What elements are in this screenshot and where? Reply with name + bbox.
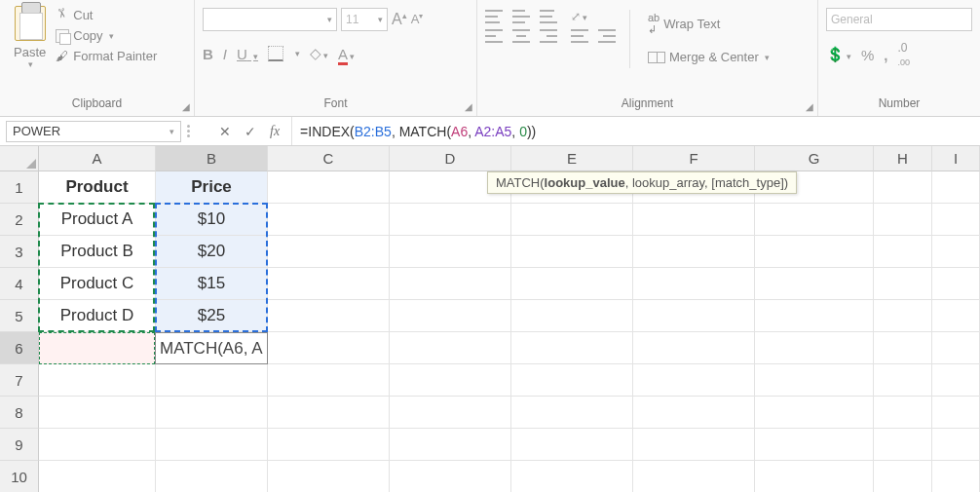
cell[interactable]	[390, 236, 511, 268]
select-all-corner[interactable]	[0, 146, 39, 171]
increase-decimal-button[interactable]: .0.00	[898, 41, 911, 68]
cell[interactable]	[874, 397, 932, 429]
formula-input[interactable]: =INDEX(B2:B5, MATCH(A6, A2:A5, 0))	[292, 124, 980, 139]
decrease-indent-icon[interactable]	[571, 29, 588, 43]
cell[interactable]	[633, 332, 755, 364]
cell[interactable]	[39, 429, 156, 461]
cell[interactable]	[268, 236, 390, 268]
cell[interactable]	[390, 397, 511, 429]
cell[interactable]	[390, 332, 511, 364]
decrease-font-icon[interactable]: A▾	[411, 12, 424, 26]
cell-B4[interactable]: $15	[156, 268, 268, 300]
cell[interactable]	[874, 300, 932, 332]
cell-A5[interactable]: Product D	[39, 300, 156, 332]
cell[interactable]	[39, 364, 156, 397]
cell[interactable]	[268, 364, 390, 397]
cell[interactable]	[755, 236, 874, 268]
increase-indent-icon[interactable]	[598, 29, 616, 43]
cell[interactable]	[633, 429, 755, 461]
cell[interactable]	[633, 461, 755, 492]
cell[interactable]	[874, 364, 932, 397]
cell[interactable]	[511, 300, 633, 332]
align-middle-icon[interactable]	[512, 10, 530, 23]
cell[interactable]	[268, 204, 390, 236]
cell[interactable]	[511, 268, 633, 300]
cell[interactable]	[268, 332, 390, 364]
cell[interactable]	[511, 429, 633, 461]
cell[interactable]	[633, 236, 755, 268]
cell[interactable]	[932, 300, 980, 332]
col-header[interactable]: I	[932, 146, 980, 171]
row-header[interactable]: 7	[0, 364, 39, 397]
cell[interactable]	[755, 461, 874, 492]
cell[interactable]	[511, 236, 633, 268]
italic-button[interactable]: I	[223, 46, 227, 62]
font-color-button[interactable]: A▾	[338, 46, 355, 62]
cell[interactable]	[932, 461, 980, 492]
cell-A6[interactable]	[39, 332, 156, 364]
col-header[interactable]: D	[390, 146, 511, 171]
cell[interactable]	[755, 332, 874, 364]
cell[interactable]	[932, 236, 980, 268]
cancel-icon[interactable]: ✕	[219, 124, 231, 139]
row-header[interactable]: 4	[0, 268, 39, 300]
cell[interactable]	[39, 461, 156, 492]
cell[interactable]	[633, 204, 755, 236]
cell-A1[interactable]: Product	[39, 171, 156, 204]
accounting-format-button[interactable]: 💲▾	[826, 46, 851, 63]
cell[interactable]	[874, 332, 932, 364]
cell[interactable]	[932, 268, 980, 300]
align-center-icon[interactable]	[512, 29, 530, 43]
cell[interactable]	[633, 397, 755, 429]
cell[interactable]	[932, 204, 980, 236]
cell[interactable]	[390, 429, 511, 461]
comma-button[interactable]: ,	[884, 47, 887, 63]
dialog-launcher-icon[interactable]: ◢	[806, 101, 813, 112]
cell[interactable]	[511, 364, 633, 397]
cell[interactable]	[511, 397, 633, 429]
col-header[interactable]: E	[511, 146, 633, 171]
increase-font-icon[interactable]: A▴	[392, 11, 407, 28]
cell[interactable]	[268, 268, 390, 300]
percent-button[interactable]: %	[861, 47, 874, 63]
cell[interactable]	[390, 364, 511, 397]
cell[interactable]	[932, 171, 980, 204]
row-header[interactable]: 9	[0, 429, 39, 461]
cell-B6[interactable]	[156, 332, 268, 364]
cell[interactable]	[932, 364, 980, 397]
row-header[interactable]: 5	[0, 300, 39, 332]
col-header[interactable]: H	[874, 146, 932, 171]
cell[interactable]	[932, 429, 980, 461]
row-header[interactable]: 1	[0, 171, 39, 204]
cut-button[interactable]: ✂ Cut	[52, 6, 161, 24]
cell[interactable]	[268, 300, 390, 332]
cell[interactable]	[633, 268, 755, 300]
format-painter-button[interactable]: 🖌 Format Painter	[52, 47, 161, 65]
row-header[interactable]: 10	[0, 461, 39, 492]
cell[interactable]	[755, 364, 874, 397]
cell[interactable]	[268, 429, 390, 461]
cell[interactable]	[755, 397, 874, 429]
cell[interactable]	[156, 364, 268, 397]
align-left-icon[interactable]	[485, 29, 503, 43]
cell[interactable]	[755, 204, 874, 236]
number-format-combo[interactable]: General	[826, 8, 972, 31]
col-header[interactable]: F	[633, 146, 755, 171]
cell[interactable]	[874, 461, 932, 492]
name-box[interactable]: POWER ▾	[6, 121, 181, 142]
cell[interactable]	[156, 461, 268, 492]
enter-icon[interactable]: ✓	[245, 124, 256, 139]
cell[interactable]	[755, 300, 874, 332]
cell-A2[interactable]: Product A	[39, 204, 156, 236]
wrap-text-button[interactable]: ab↲ Wrap Text	[644, 10, 773, 38]
cell[interactable]	[633, 300, 755, 332]
cell[interactable]	[874, 171, 932, 204]
cell[interactable]	[874, 268, 932, 300]
cell[interactable]	[268, 171, 390, 204]
align-top-icon[interactable]	[485, 10, 503, 23]
col-header[interactable]: A	[39, 146, 156, 171]
row-header[interactable]: 8	[0, 397, 39, 429]
cell[interactable]	[390, 461, 511, 492]
copy-button[interactable]: Copy ▾	[52, 26, 161, 45]
paste-button[interactable]: Paste ▾	[8, 4, 52, 71]
